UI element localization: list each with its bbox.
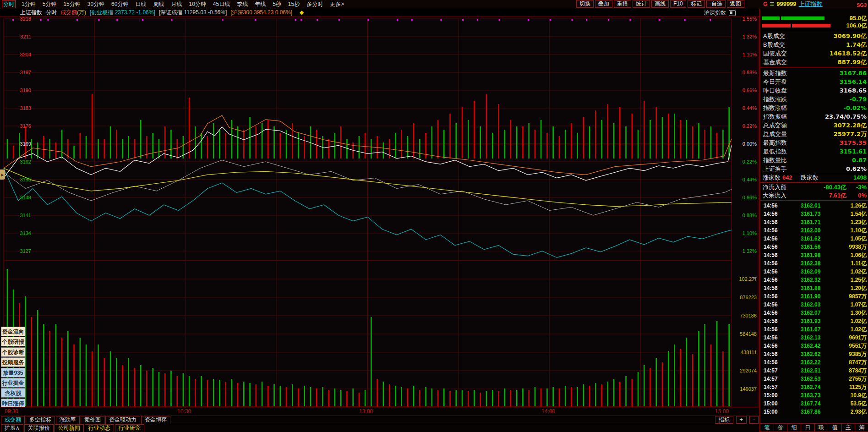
- header-indicator[interactable]: 成交额(万): [60, 9, 86, 16]
- period-tab-2[interactable]: 5分钟: [42, 0, 58, 8]
- tick-row[interactable]: 14:563161.731.54亿: [760, 210, 868, 218]
- tick-row[interactable]: 14:563162.381.11亿: [760, 259, 868, 268]
- zoom-out-button[interactable]: -: [749, 416, 759, 424]
- tick-row[interactable]: 15:003167.7453.5亿: [760, 399, 868, 408]
- percent-axis-label: 1.10%: [735, 230, 757, 236]
- period-tab-1[interactable]: 1分钟: [21, 0, 37, 8]
- hamburger-menu-icon[interactable]: ☰: [770, 0, 774, 8]
- tick-row[interactable]: 14:563161.711.23亿: [760, 218, 868, 226]
- panel-tab-4[interactable]: 联: [814, 423, 829, 432]
- tick-row[interactable]: 14:563161.569938万: [760, 243, 868, 251]
- symbol-name-link[interactable]: 上证指数: [799, 0, 823, 8]
- period-tab-14[interactable]: 15秒: [287, 0, 300, 8]
- tick-row[interactable]: 14:563162.071.30亿: [760, 309, 868, 317]
- panel-tab-7[interactable]: 筹: [855, 423, 868, 432]
- toolbar-button-8[interactable]: 返回: [727, 0, 744, 8]
- period-tab-13[interactable]: 5秒: [272, 0, 282, 8]
- tick-price: 3162.62: [801, 350, 820, 358]
- connection-badge: SG3: [857, 1, 867, 9]
- period-tab-10[interactable]: 45日线: [212, 0, 231, 8]
- quick-button-0[interactable]: 资金流向: [1, 327, 25, 336]
- quick-button-6[interactable]: 含权股: [1, 388, 25, 398]
- advancers-label: 涨家数: [763, 174, 781, 182]
- tick-row[interactable]: 14:563162.139691万: [760, 334, 868, 342]
- tick-row[interactable]: 14:563162.011.26亿: [760, 202, 868, 210]
- bottom-tab-3[interactable]: 竞价图: [81, 416, 104, 424]
- toolbar-button-3[interactable]: 统计: [633, 0, 650, 8]
- period-tab-11[interactable]: 季线: [236, 0, 249, 8]
- intraday-chart-area[interactable]: 3218321132043197319031833176316931623155…: [0, 16, 759, 407]
- tick-row[interactable]: 14:563161.931.02亿: [760, 317, 868, 325]
- window-switch-icon[interactable]: [729, 10, 736, 16]
- bottom-tab-0[interactable]: 成交额: [1, 416, 25, 424]
- quick-button-1[interactable]: 个股研报: [1, 337, 25, 346]
- flow-value: 7.61亿: [829, 191, 846, 200]
- indicator-menu-button[interactable]: 指标: [715, 416, 733, 424]
- panel-tab-1[interactable]: 价: [774, 423, 788, 432]
- tick-row[interactable]: 14:563161.981.06亿: [760, 251, 868, 259]
- quick-button-5[interactable]: 行业掘金: [1, 378, 25, 388]
- tick-row[interactable]: 14:563161.671.02亿: [760, 325, 868, 334]
- tick-row[interactable]: 14:563161.621.05亿: [760, 235, 868, 243]
- bottom-tab-4[interactable]: 资金驱动力: [105, 416, 140, 424]
- toolbar-button-5[interactable]: F10: [670, 0, 686, 8]
- period-tab-9[interactable]: 10分钟: [188, 0, 207, 8]
- tick-row[interactable]: 14:563162.031.07亿: [760, 301, 868, 309]
- tick-row[interactable]: 14:563162.321.25亿: [760, 276, 868, 284]
- panel-tab-2[interactable]: 细: [787, 423, 801, 432]
- bottom-tab-2[interactable]: 涨跌率: [56, 416, 80, 424]
- tick-row[interactable]: 14:563161.909857万: [760, 292, 868, 301]
- tick-row[interactable]: 14:563161.881.20亿: [760, 284, 868, 292]
- toolbar-button-2[interactable]: 重播: [614, 0, 631, 8]
- bottom-tab-5[interactable]: 资金博弈: [141, 416, 170, 424]
- period-tab-5[interactable]: 60分钟: [110, 0, 129, 8]
- toolbar-button-0[interactable]: 切换: [576, 0, 594, 8]
- period-tab-8[interactable]: 月线: [170, 0, 183, 8]
- turnover-field-3-label: 基金成交: [763, 58, 787, 66]
- period-tab-0[interactable]: 分时: [2, 0, 16, 8]
- sidebar-expand-handle[interactable]: ▸: [0, 170, 5, 180]
- hs-index-label[interactable]: 沪深指数: [704, 9, 726, 16]
- period-tab-7[interactable]: 周线: [152, 0, 165, 8]
- panel-tab-0[interactable]: 笔: [760, 423, 774, 432]
- tick-row[interactable]: 14:563162.001.10亿: [760, 226, 868, 235]
- period-tab-15[interactable]: 多分时: [306, 0, 324, 8]
- status-item-1[interactable]: 关联报价: [24, 424, 54, 432]
- quick-button-3[interactable]: 投顾服务: [1, 357, 25, 367]
- period-tab-12[interactable]: 年线: [254, 0, 267, 8]
- panel-tab-3[interactable]: 日: [801, 423, 815, 432]
- period-tab-3[interactable]: 15分钟: [62, 0, 81, 8]
- toolbar-button-6[interactable]: 标记: [688, 0, 705, 8]
- bottom-tab-1[interactable]: 多空指标: [26, 416, 55, 424]
- toolbar-button-1[interactable]: 叠加: [595, 0, 612, 8]
- tick-row[interactable]: 14:573162.532755万: [760, 375, 868, 383]
- tick-time: 14:57: [764, 375, 778, 383]
- status-item-4[interactable]: 行业研究: [115, 424, 144, 432]
- tick-price: 3162.13: [801, 334, 820, 342]
- quick-button-2[interactable]: 个股诊断: [1, 347, 25, 357]
- tick-volume: 1.02亿: [851, 268, 867, 276]
- indicator-tabs: 成交额多空指标涨跌率竞价图资金驱动力资金博弈: [0, 416, 170, 424]
- status-item-2[interactable]: 公司新闻: [55, 424, 84, 432]
- panel-tab-5[interactable]: 值: [828, 423, 842, 432]
- tick-row[interactable]: 14:563162.228747万: [760, 358, 868, 366]
- status-item-3[interactable]: 行业动态: [85, 424, 114, 432]
- tick-row[interactable]: 14:563162.091.02亿: [760, 268, 868, 276]
- tick-price: 3163.73: [801, 391, 820, 399]
- status-item-0[interactable]: 扩展∧: [1, 424, 23, 432]
- period-tab-6[interactable]: 日线: [134, 0, 147, 8]
- tick-row[interactable]: 15:003163.7310.9亿: [760, 391, 868, 399]
- zoom-in-button[interactable]: +: [736, 416, 747, 424]
- panel-tab-6[interactable]: 主: [841, 423, 856, 432]
- tick-row[interactable]: 14:573162.518784万: [760, 366, 868, 375]
- toolbar-button-4[interactable]: 画线: [651, 0, 669, 8]
- tick-row[interactable]: 14:563162.629385万: [760, 350, 868, 358]
- period-tab-16[interactable]: 更多>: [329, 0, 345, 8]
- tick-row[interactable]: 15:003167.862.93亿: [760, 408, 868, 416]
- period-tab-4[interactable]: 30分钟: [87, 0, 105, 8]
- tick-row[interactable]: 14:563162.429551万: [760, 342, 868, 350]
- quick-button-4[interactable]: 放量935: [1, 368, 25, 377]
- toolbar-button-7[interactable]: -自选: [706, 0, 726, 8]
- tick-row[interactable]: 14:573162.741125万: [760, 383, 868, 391]
- advancers-decliners-row: 涨家数 642 跌家数 1498: [760, 174, 868, 182]
